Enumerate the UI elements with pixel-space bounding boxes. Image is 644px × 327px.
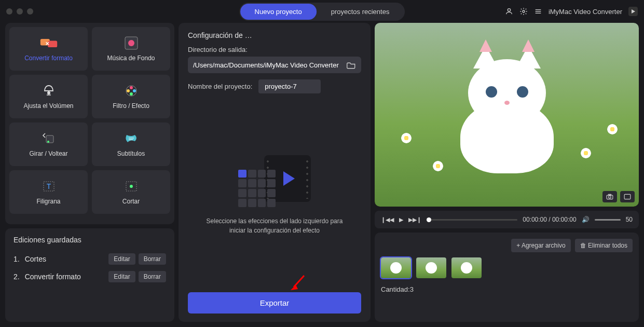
volume-value: 50 (626, 216, 633, 223)
saved-edits-panel: Ediciones guardadas 1.CortesEditarBorrar… (5, 228, 174, 322)
svg-point-13 (130, 86, 133, 89)
svg-point-14 (133, 89, 136, 92)
seek-bar[interactable] (427, 219, 517, 221)
saved-edits-title: Ediciones guardadas (13, 236, 166, 244)
clip-thumbnail[interactable] (416, 257, 446, 278)
settings-icon[interactable] (519, 7, 528, 16)
config-panel: Configuración de … Directorio de salida:… (179, 23, 371, 322)
tool-icon (122, 179, 141, 194)
tab-new-project[interactable]: Nuevo proyecto (240, 4, 317, 20)
svg-point-10 (47, 91, 50, 94)
clips-panel: + Agregar archivo 🗑 Eliminar todos Canti… (375, 233, 639, 322)
tool-icon (39, 36, 58, 50)
svg-point-15 (130, 92, 133, 96)
svg-rect-29 (609, 194, 611, 195)
account-icon[interactable] (505, 7, 513, 16)
clip-count: Cantidad:3 (381, 285, 633, 293)
tools-panel: Convertir formatoMúsica de FondoAjusta e… (5, 23, 174, 224)
tool-label: Convertir formato (24, 55, 73, 62)
tool-icon (122, 131, 141, 146)
tool-label: Subtítulos (117, 150, 145, 157)
tab-recent-projects[interactable]: proyectos recientes (317, 4, 404, 20)
tool-girar-voltear[interactable]: Girar / Voltear (9, 122, 88, 166)
tool-icon: T (39, 179, 58, 194)
saved-edit-row: 2.Convertir formatoEditarBorrar (13, 268, 166, 285)
placeholder-graphic: Seleccione las efecciones del lado izqui… (188, 104, 361, 286)
output-dir-input[interactable] (193, 61, 347, 69)
saved-edit-num: 2. (13, 272, 20, 281)
saved-edit-num: 1. (13, 255, 20, 263)
close-window[interactable] (6, 8, 12, 15)
tool-convertir-formato[interactable]: Convertir formato (9, 27, 88, 71)
maximize-window[interactable] (27, 8, 33, 15)
tool-icon (122, 84, 141, 98)
svg-point-28 (609, 196, 611, 198)
tool-ajusta-el-vol-men[interactable]: Ajusta el Volúmen (9, 75, 88, 118)
window-controls (6, 8, 33, 15)
export-button[interactable]: Exportar (188, 292, 361, 314)
tool-icon (39, 131, 58, 146)
edit-button[interactable]: Editar (108, 253, 135, 265)
saved-edit-row: 1.CortesEditarBorrar (13, 250, 166, 268)
svg-text:T: T (46, 182, 51, 190)
tool-label: Ajusta el Volúmen (23, 102, 73, 110)
svg-marker-5 (632, 9, 635, 13)
clip-thumbnail[interactable] (381, 257, 411, 278)
add-file-button[interactable]: + Agregar archivo (511, 239, 570, 252)
config-title: Configuración de … (188, 31, 361, 39)
tool-icon (39, 84, 58, 98)
remove-all-button[interactable]: 🗑 Eliminar todos (575, 239, 633, 252)
volume-slider[interactable] (595, 219, 621, 221)
saved-edit-name: Cortes (25, 255, 46, 263)
app-play-icon (628, 7, 638, 16)
edit-button[interactable]: Editar (108, 271, 135, 282)
tool-label: Filtro / Efecto (113, 102, 149, 110)
svg-point-24 (130, 185, 133, 188)
browse-folder-icon[interactable] (347, 61, 356, 69)
svg-point-1 (523, 10, 525, 12)
top-nav: Nuevo proyecto proyectos recientes (239, 3, 405, 21)
video-preview[interactable] (375, 23, 639, 207)
menu-icon[interactable] (534, 7, 542, 16)
transport-bar: ❙◀◀ ▶ ▶▶❙ 00:00:00 / 00:00:00 🔊 50 (375, 211, 639, 228)
svg-point-18 (47, 141, 49, 143)
config-hint: Seleccione las efecciones del lado izqui… (202, 216, 347, 235)
svg-point-0 (508, 9, 510, 11)
minimize-window[interactable] (17, 8, 23, 15)
svg-point-9 (128, 40, 134, 46)
snapshot-icon[interactable] (602, 191, 617, 202)
tool-label: Cortar (122, 198, 140, 205)
titlebar: Nuevo proyecto proyectos recientes iMyMa… (0, 0, 644, 23)
tool-label: Filigrana (36, 198, 60, 205)
tool-label: Música de Fondo (107, 55, 155, 62)
delete-button[interactable]: Borrar (139, 253, 166, 265)
tool-label: Girar / Voltear (29, 150, 67, 157)
svg-point-16 (127, 89, 130, 92)
fullscreen-icon[interactable] (620, 191, 635, 202)
tool-m-sica-de-fondo[interactable]: Música de Fondo (92, 27, 170, 71)
clip-thumbnail[interactable] (451, 257, 482, 278)
app-title: iMyMac Video Converter (549, 8, 622, 16)
output-dir-label: Directorio de salida: (188, 46, 361, 53)
tool-filtro-efecto[interactable]: Filtro / Efecto (92, 75, 170, 118)
delete-button[interactable]: Borrar (139, 271, 166, 282)
volume-icon[interactable]: 🔊 (582, 216, 590, 223)
svg-rect-30 (624, 194, 631, 199)
tool-subt-tulos[interactable]: Subtítulos (92, 122, 170, 166)
tool-filigrana[interactable]: TFiligrana (9, 170, 88, 214)
play-button[interactable]: ▶ (399, 216, 403, 223)
prev-button[interactable]: ❙◀◀ (381, 216, 394, 223)
next-button[interactable]: ▶▶❙ (408, 216, 421, 223)
time-display: 00:00:00 / 00:00:00 (523, 216, 576, 223)
project-name-input[interactable] (258, 79, 321, 93)
tool-icon (122, 36, 141, 50)
svg-rect-7 (48, 41, 57, 48)
saved-edit-name: Convertir formato (25, 272, 81, 281)
tool-cortar[interactable]: Cortar (92, 170, 170, 214)
project-name-label: Nombre del proyecto: (188, 83, 252, 90)
